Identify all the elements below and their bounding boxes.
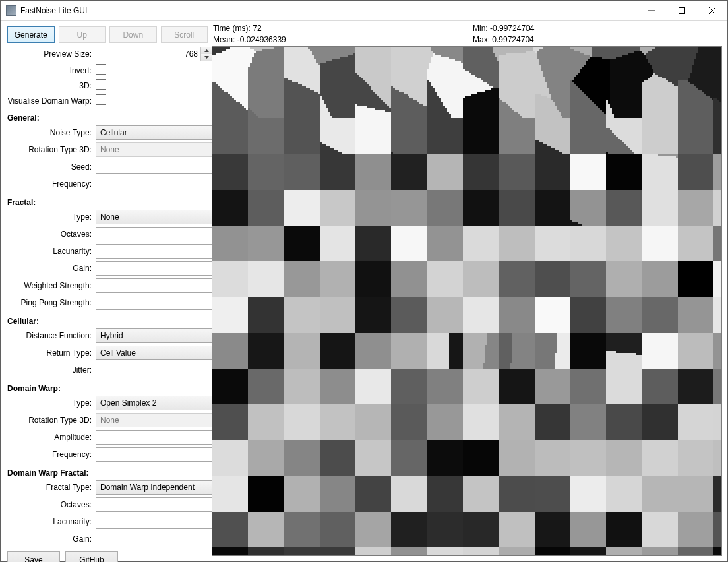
dwarp-rot3d-value: None: [100, 416, 119, 425]
preview-size-label: Preview Size:: [7, 49, 93, 59]
3d-checkbox[interactable]: [96, 79, 106, 90]
invert-label: Invert:: [7, 66, 93, 75]
return-type-label: Return Type:: [7, 348, 93, 358]
stat-time: Time (ms): 72: [213, 24, 462, 35]
generate-button[interactable]: Generate: [7, 26, 55, 43]
svg-rect-0: [648, 11, 655, 11]
rotation3d-label: Rotation Type 3D:: [7, 145, 93, 154]
invert-checkbox[interactable]: [96, 64, 106, 75]
toolbar: Generate Up Down Scroll: [7, 26, 208, 43]
preview-width-stepper[interactable]: [96, 47, 213, 61]
minimize-button[interactable]: [636, 1, 667, 20]
stepper-arrows: [200, 47, 212, 61]
octaves-label: Octaves:: [7, 230, 93, 239]
fractal-type-value: None: [100, 212, 119, 222]
visualise-warp-label: Visualise Domain Warp:: [7, 96, 93, 106]
noise-type-value: Cellular: [100, 128, 127, 137]
close-button[interactable]: [697, 1, 727, 20]
return-type-value: Cell Value: [100, 348, 136, 358]
fractal-type-label: Type:: [7, 212, 93, 222]
app-window: FastNoise Lite GUI Generate Up Down Scro…: [0, 0, 728, 562]
settings-form: Preview Size:: [7, 47, 208, 546]
jitter-label: Jitter:: [7, 365, 93, 375]
distance-label: Distance Function:: [7, 331, 93, 340]
dwarp-rot3d-label: Rotation Type 3D:: [7, 416, 93, 425]
stat-max: Max: 0.99724704: [473, 35, 722, 46]
noise-canvas: [212, 47, 721, 555]
stepper-down-icon[interactable]: [201, 54, 212, 61]
3d-label: 3D:: [7, 81, 93, 90]
stat-mean: Mean: -0.024936339: [213, 35, 462, 46]
dwf-lacunarity-label: Lacunarity:: [7, 517, 93, 526]
dwf-gain-label: Gain:: [7, 534, 93, 544]
scroll-button[interactable]: Scroll: [161, 26, 208, 43]
noise-type-label: Noise Type:: [7, 128, 93, 137]
dwarp-freq-label: Frequency:: [7, 450, 93, 459]
preview-width-input[interactable]: [96, 47, 200, 61]
window-title: FastNoise Lite GUI: [20, 6, 87, 15]
stat-min: Min: -0.99724704: [473, 24, 722, 35]
distance-value: Hybrid: [100, 331, 123, 340]
github-button[interactable]: GitHub: [65, 551, 118, 562]
weighted-label: Weighted Strength:: [7, 281, 93, 290]
titlebar-left: FastNoise Lite GUI: [6, 5, 87, 16]
titlebar: FastNoise Lite GUI: [1, 1, 727, 21]
svg-rect-1: [679, 8, 685, 14]
window-controls: [636, 1, 727, 20]
lacunarity-label: Lacunarity:: [7, 247, 93, 256]
rotation3d-value: None: [100, 145, 119, 154]
gain-label: Gain:: [7, 264, 93, 273]
visualise-warp-checkbox[interactable]: [96, 94, 106, 105]
stepper-up-icon[interactable]: [201, 47, 212, 54]
dwf-octaves-label: Octaves:: [7, 500, 93, 509]
down-button[interactable]: Down: [109, 26, 157, 43]
footer-buttons: Save GitHub: [7, 551, 208, 562]
body: Generate Up Down Scroll Preview Size:: [1, 21, 727, 561]
seed-label: Seed:: [7, 162, 93, 172]
noise-preview: [212, 46, 722, 556]
dwarp-amp-label: Amplitude:: [7, 433, 93, 442]
pingpong-label: Ping Pong Strength:: [7, 298, 93, 307]
frequency-label: Frequency:: [7, 179, 93, 189]
up-button[interactable]: Up: [59, 26, 106, 43]
dwf-type-value: Domain Warp Independent: [100, 483, 195, 492]
app-icon: [6, 5, 16, 16]
dwf-type-label: Fractal Type:: [7, 483, 93, 492]
maximize-button[interactable]: [667, 1, 697, 20]
stats: Time (ms): 72 Min: -0.99724704 Mean: -0.…: [212, 24, 722, 46]
dwarp-type-value: Open Simplex 2: [100, 398, 156, 408]
dwarp-type-label: Type:: [7, 398, 93, 408]
main: Time (ms): 72 Min: -0.99724704 Mean: -0.…: [212, 21, 727, 561]
save-button[interactable]: Save: [7, 551, 60, 562]
sidebar: Generate Up Down Scroll Preview Size:: [1, 21, 212, 561]
